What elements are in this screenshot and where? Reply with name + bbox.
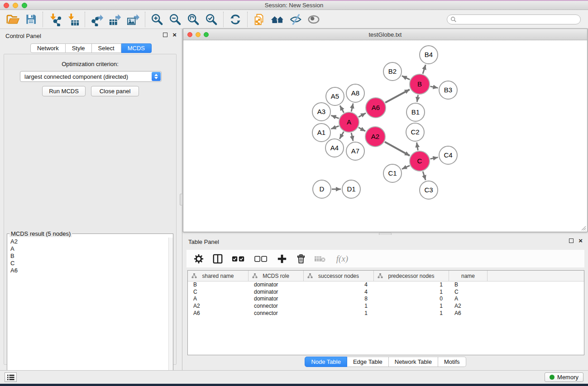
graph-node-A6[interactable]: A6 bbox=[366, 98, 386, 118]
tab-node-table[interactable]: Node Table bbox=[305, 357, 347, 367]
graph-node-B2[interactable]: B2 bbox=[383, 62, 402, 81]
split-view-button[interactable] bbox=[212, 253, 224, 265]
zoom-fit-button[interactable] bbox=[184, 11, 202, 28]
network-canvas[interactable]: B4B2BB3A5A8A6A3AB1A1A2C2A4A7C4CC1C3DD1 bbox=[183, 40, 587, 232]
tab-network-table[interactable]: Network Table bbox=[389, 357, 438, 367]
graph-node-A7[interactable]: A7 bbox=[346, 142, 364, 160]
graph-edge-A-A7[interactable] bbox=[351, 133, 353, 141]
tab-style[interactable]: Style bbox=[66, 43, 92, 53]
graph-edge-B-B1[interactable] bbox=[417, 95, 418, 102]
mcds-result-item[interactable]: C bbox=[7, 259, 168, 267]
graph-edge-B-B2[interactable] bbox=[402, 76, 410, 80]
graph-node-B1[interactable]: B1 bbox=[406, 103, 425, 121]
zoom-in-button[interactable] bbox=[148, 11, 166, 28]
export-image-button[interactable] bbox=[124, 11, 142, 28]
graph-node-A2[interactable]: A2 bbox=[365, 127, 385, 147]
duplicate-network-button[interactable] bbox=[250, 11, 268, 28]
import-network-button[interactable] bbox=[46, 11, 64, 28]
graph-edge-A-A8[interactable] bbox=[351, 103, 353, 111]
graph-node-C2[interactable]: C2 bbox=[406, 123, 424, 141]
graph-edge-C-C3[interactable] bbox=[423, 172, 425, 180]
vertical-split-handle[interactable] bbox=[180, 194, 183, 205]
search-input[interactable] bbox=[447, 14, 581, 24]
graph-node-C[interactable]: C bbox=[410, 151, 430, 171]
graph-edge-B-B4[interactable] bbox=[423, 65, 425, 74]
zoom-selected-button[interactable] bbox=[202, 11, 220, 28]
graph-edge-B-B3[interactable] bbox=[430, 86, 438, 88]
import-table-button[interactable] bbox=[64, 11, 82, 28]
zoom-out-button[interactable] bbox=[166, 11, 184, 28]
graph-node-B3[interactable]: B3 bbox=[439, 81, 457, 99]
delete-column-button[interactable] bbox=[295, 253, 307, 265]
table-row[interactable]: Adominator80A bbox=[188, 295, 584, 303]
close-panel-button[interactable]: Close panel bbox=[91, 86, 139, 96]
select-all-button[interactable] bbox=[231, 253, 246, 265]
graph-edge-A-A5[interactable] bbox=[340, 105, 344, 113]
graph-node-B[interactable]: B bbox=[410, 74, 430, 94]
table-row[interactable]: Bdominator41B bbox=[188, 281, 584, 289]
table-float-icon[interactable] bbox=[569, 238, 574, 243]
mcds-result-item[interactable]: A6 bbox=[7, 267, 168, 274]
graph-node-D[interactable]: D bbox=[313, 180, 331, 198]
network-window-titlebar[interactable]: testGlobe.txt bbox=[183, 29, 587, 40]
tab-mcds[interactable]: MCDS bbox=[121, 43, 152, 53]
float-panel-icon[interactable] bbox=[163, 33, 167, 37]
table-row[interactable]: A6connector11A6 bbox=[188, 310, 584, 317]
mcds-result-item[interactable]: B bbox=[7, 252, 168, 259]
memory-button[interactable]: Memory bbox=[545, 372, 583, 382]
table-row[interactable]: A2connector11A2 bbox=[188, 303, 584, 310]
tab-network[interactable]: Network bbox=[30, 43, 66, 53]
graph-edge-A-A1[interactable] bbox=[331, 126, 339, 129]
graph-node-A8[interactable]: A8 bbox=[346, 84, 364, 102]
graph-edge-A-A3[interactable] bbox=[331, 115, 339, 118]
column-header-predecessor-nodes[interactable]: predecessor nodes bbox=[374, 271, 449, 281]
resize-grip-icon[interactable] bbox=[580, 224, 586, 231]
task-history-button[interactable] bbox=[5, 372, 17, 382]
graph-node-A1[interactable]: A1 bbox=[312, 124, 330, 142]
node-table[interactable]: shared nameMCDS rolesuccessor nodesprede… bbox=[187, 270, 584, 355]
graph-edge-C-C4[interactable] bbox=[430, 157, 438, 159]
graph-edge-A-A6[interactable] bbox=[359, 113, 366, 117]
graph-node-B4[interactable]: B4 bbox=[420, 46, 438, 64]
deselect-all-button[interactable] bbox=[253, 253, 269, 265]
result-scrollbar[interactable] bbox=[168, 238, 173, 386]
graph-edge-A-A4[interactable] bbox=[339, 132, 344, 139]
graph-node-C3[interactable]: C3 bbox=[420, 181, 438, 199]
graph-node-C4[interactable]: C4 bbox=[439, 146, 457, 164]
mcds-result-item[interactable]: A2 bbox=[7, 238, 168, 245]
export-network-button[interactable] bbox=[88, 11, 106, 28]
criterion-dropdown[interactable]: largest connected component (directed) bbox=[20, 71, 162, 82]
graph-node-A5[interactable]: A5 bbox=[326, 87, 344, 105]
table-settings-button[interactable] bbox=[193, 253, 205, 265]
graph-edge-C-C2[interactable] bbox=[417, 143, 418, 151]
graph-node-D1[interactable]: D1 bbox=[342, 180, 360, 198]
run-mcds-button[interactable]: Run MCDS bbox=[42, 86, 86, 96]
close-panel-icon[interactable]: × bbox=[172, 33, 177, 37]
open-session-button[interactable] bbox=[4, 11, 22, 28]
table-close-icon[interactable]: × bbox=[578, 238, 583, 243]
function-builder-button[interactable]: f(x) bbox=[333, 253, 351, 265]
save-session-button[interactable] bbox=[22, 11, 40, 28]
graph-node-C1[interactable]: C1 bbox=[383, 164, 402, 182]
column-header-shared-name[interactable]: shared name bbox=[188, 271, 249, 281]
graph-edge-A6-B[interactable] bbox=[385, 90, 410, 103]
delete-table-button[interactable] bbox=[314, 253, 326, 265]
graph-node-A[interactable]: A bbox=[339, 112, 359, 132]
refresh-button[interactable] bbox=[226, 11, 244, 28]
export-table-button[interactable] bbox=[106, 11, 124, 28]
graph-edge-C-C1[interactable] bbox=[402, 166, 410, 169]
tab-edge-table[interactable]: Edge Table bbox=[347, 357, 389, 367]
column-header-mcds-role[interactable]: MCDS role bbox=[249, 271, 304, 281]
tab-select[interactable]: Select bbox=[92, 43, 121, 53]
column-header-successor-nodes[interactable]: successor nodes bbox=[304, 271, 374, 281]
add-column-button[interactable] bbox=[276, 253, 288, 265]
graph-edge-A-A2[interactable] bbox=[359, 128, 365, 131]
home-button[interactable] bbox=[268, 11, 287, 28]
table-row[interactable]: Cdominator41C bbox=[188, 289, 584, 296]
hide-selected-button[interactable] bbox=[287, 11, 305, 28]
show-eye-button[interactable] bbox=[305, 11, 323, 28]
column-header-name[interactable]: name bbox=[449, 271, 488, 281]
graph-node-A3[interactable]: A3 bbox=[312, 103, 330, 121]
tab-motifs[interactable]: Motifs bbox=[438, 357, 466, 367]
graph-node-A4[interactable]: A4 bbox=[325, 139, 344, 157]
